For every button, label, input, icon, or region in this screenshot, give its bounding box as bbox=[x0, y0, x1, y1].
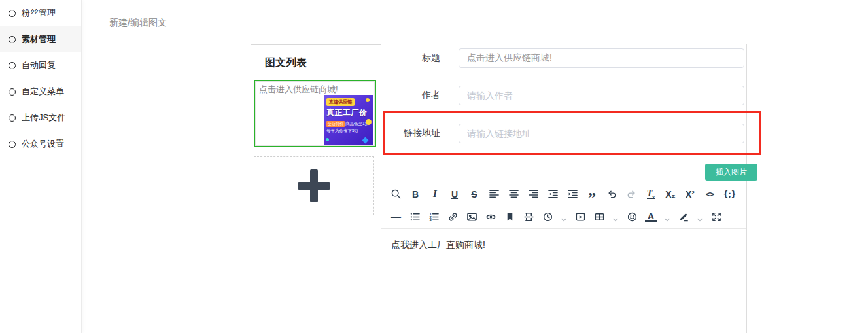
link-icon[interactable] bbox=[447, 211, 459, 223]
indent-icon[interactable] bbox=[566, 188, 578, 200]
sidebar-item-account-settings[interactable]: 公众号设置 bbox=[0, 131, 81, 157]
sidebar-item-label: 自定义菜单 bbox=[22, 86, 64, 97]
sidebar: 粉丝管理 素材管理 自动回复 自定义菜单 上传JS文件 公众号设置 bbox=[0, 0, 82, 333]
plus-icon bbox=[298, 169, 330, 202]
sidebar-item-auto-reply[interactable]: 自动回复 bbox=[0, 52, 81, 79]
outdent-icon[interactable] bbox=[547, 188, 559, 200]
thumb-badge: 直连供应链 bbox=[326, 98, 355, 106]
horizontal-rule-icon[interactable]: — bbox=[390, 211, 402, 223]
datetime-clock-icon[interactable] bbox=[542, 211, 553, 223]
code-block-icon[interactable]: {;} bbox=[723, 188, 735, 200]
strikethrough-icon[interactable]: S bbox=[468, 188, 480, 200]
undo-icon[interactable] bbox=[606, 188, 617, 200]
title-label: 标题 bbox=[381, 52, 459, 64]
font-color-icon[interactable]: A bbox=[645, 212, 657, 222]
article-form-panel: 标题 作者 链接地址 B I U S bbox=[381, 44, 747, 333]
redo-icon[interactable] bbox=[625, 188, 637, 200]
bullet-list-icon[interactable] bbox=[409, 211, 421, 223]
align-right-icon[interactable] bbox=[527, 188, 539, 200]
sidebar-item-label: 自动回复 bbox=[22, 60, 56, 71]
superscript-icon[interactable]: X² bbox=[684, 188, 696, 200]
bold-icon[interactable]: B bbox=[409, 188, 421, 200]
author-label: 作者 bbox=[381, 90, 459, 101]
preview-eye-icon[interactable] bbox=[485, 211, 496, 223]
author-field-row: 作者 bbox=[381, 86, 746, 105]
link-input[interactable] bbox=[459, 124, 744, 143]
fullscreen-icon[interactable] bbox=[710, 211, 722, 223]
clear-format-icon[interactable]: Tx bbox=[645, 188, 657, 200]
thumb-decoration-dot bbox=[366, 98, 370, 102]
subscript-icon[interactable]: X₂ bbox=[665, 188, 676, 200]
video-icon[interactable] bbox=[574, 211, 586, 223]
editor-toolbar-row2: — 123 bbox=[381, 205, 746, 228]
chevron-down-icon[interactable] bbox=[664, 214, 670, 220]
title-field-row: 标题 bbox=[381, 48, 746, 68]
sidebar-item-label: 上传JS文件 bbox=[22, 112, 65, 124]
sidebar-item-label: 素材管理 bbox=[22, 33, 56, 45]
thumb-headline: 真正工厂价 bbox=[326, 107, 373, 118]
search-icon[interactable] bbox=[390, 188, 402, 200]
inline-code-icon[interactable]: <> bbox=[704, 188, 716, 200]
link-label: 链接地址 bbox=[381, 128, 459, 139]
thumb-decoration-dot bbox=[362, 137, 369, 144]
ordered-list-icon[interactable]: 123 bbox=[428, 211, 440, 223]
align-center-icon[interactable] bbox=[508, 188, 519, 200]
chevron-down-icon[interactable] bbox=[612, 214, 619, 220]
quote-icon[interactable]: ” bbox=[586, 188, 598, 200]
author-input[interactable] bbox=[459, 86, 744, 105]
article-card-title: 点击进入供应链商城! bbox=[259, 84, 338, 94]
article-thumbnail: 直连供应链 真正工厂价 全店特价 商品低至1折 每年为你省下5万 bbox=[324, 95, 373, 145]
sidebar-item-custom-menu[interactable]: 自定义菜单 bbox=[0, 79, 81, 105]
italic-icon[interactable]: I bbox=[429, 188, 441, 200]
sidebar-item-materials[interactable]: 素材管理 bbox=[0, 26, 81, 52]
image-icon[interactable] bbox=[466, 211, 477, 223]
editor-content[interactable]: 点我进入工厂直购商城! bbox=[381, 228, 746, 333]
editor-toolbar-row1: B I U S ” bbox=[381, 183, 746, 205]
sidebar-item-upload-js[interactable]: 上传JS文件 bbox=[0, 105, 81, 131]
thumb-tag: 全店特价 bbox=[326, 121, 345, 127]
thumb-decoration-dot bbox=[366, 119, 372, 125]
thumb-line2: 每年为你省下5万 bbox=[326, 128, 373, 134]
sidebar-item-label: 公众号设置 bbox=[22, 138, 64, 150]
circle-icon bbox=[9, 88, 16, 96]
align-left-icon[interactable] bbox=[488, 188, 500, 200]
circle-icon bbox=[9, 62, 16, 69]
circle-icon bbox=[9, 36, 16, 43]
link-field-row: 链接地址 bbox=[381, 124, 746, 143]
article-card-body: 点击进入供应链商城! 直连供应链 真正工厂价 全店特价 商品低至1折 每年为你省… bbox=[255, 81, 375, 146]
emoji-icon[interactable] bbox=[626, 211, 638, 223]
add-article-button[interactable] bbox=[254, 156, 374, 215]
table-icon[interactable] bbox=[593, 211, 605, 223]
sidebar-item-label: 粉丝管理 bbox=[22, 7, 56, 19]
chevron-down-icon[interactable] bbox=[697, 214, 703, 220]
circle-icon bbox=[9, 10, 16, 17]
thumb-decoration-dot bbox=[326, 138, 329, 141]
insert-image-button[interactable]: 插入图片 bbox=[705, 164, 757, 181]
svg-text:3: 3 bbox=[429, 217, 432, 222]
sidebar-item-fans[interactable]: 粉丝管理 bbox=[0, 0, 81, 26]
article-list-title: 图文列表 bbox=[251, 45, 381, 80]
title-input[interactable] bbox=[459, 48, 744, 68]
page-title: 新建/编辑图文 bbox=[109, 17, 167, 29]
article-list-panel: 图文列表 点击进入供应链商城! 直连供应链 真正工厂价 全店特价 商品低至1折 … bbox=[251, 44, 381, 228]
highlight-pen-icon[interactable] bbox=[678, 211, 689, 223]
bookmark-icon[interactable] bbox=[504, 211, 515, 223]
editor-toolbar: B I U S ” bbox=[381, 183, 746, 229]
underline-icon[interactable]: U bbox=[449, 188, 460, 200]
article-card-selected[interactable]: 点击进入供应链商城! 直连供应链 真正工厂价 全店特价 商品低至1折 每年为你省… bbox=[254, 80, 376, 147]
page-break-icon[interactable] bbox=[523, 211, 534, 223]
circle-icon bbox=[9, 141, 16, 148]
chevron-down-icon[interactable] bbox=[561, 214, 567, 220]
circle-icon bbox=[9, 114, 16, 122]
